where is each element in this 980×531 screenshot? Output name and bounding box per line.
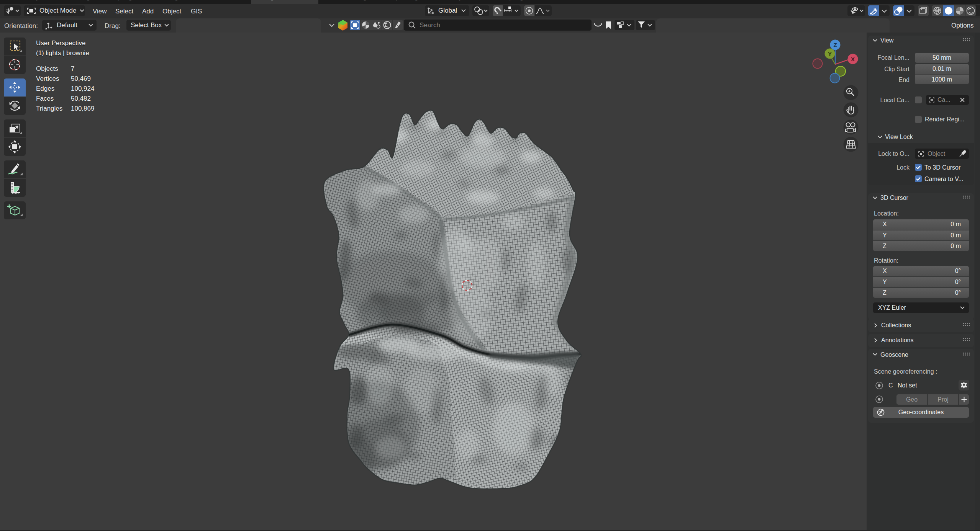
svg-text:Z: Z: [833, 42, 837, 48]
svg-text:Y: Y: [828, 51, 832, 57]
svg-text:X: X: [851, 56, 855, 62]
